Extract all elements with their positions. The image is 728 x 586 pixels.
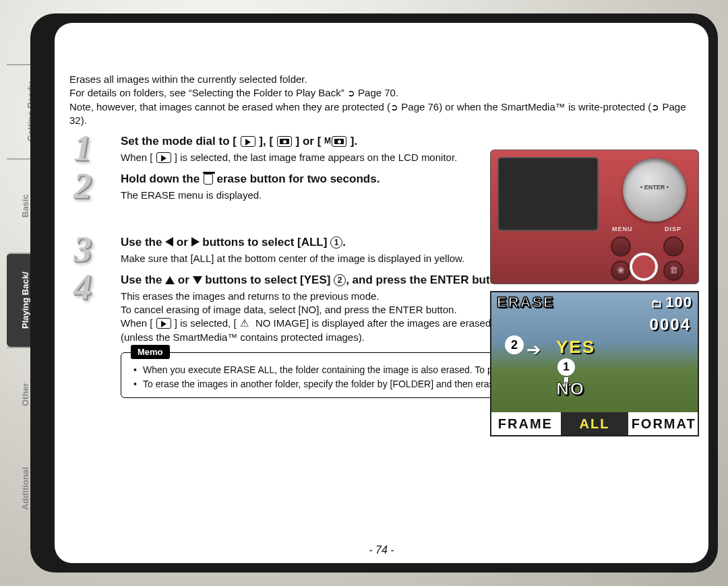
right-arrow-icon [191,237,200,247]
lcd-opt-frame: FRAME [491,412,561,435]
play-icon [156,152,171,163]
lcd-count: 0004 [650,315,691,334]
page-inner: Erases all images within the currently s… [55,23,708,563]
down-arrow-icon [193,276,202,284]
disp-button [663,236,684,257]
lcd-yes: YES [556,337,595,358]
menu-button [611,236,631,257]
macro-button [611,261,631,281]
step-4-body: This erases the images and returns to th… [121,290,512,344]
lcd-opt-format: FORMAT [630,412,698,435]
lcd-opt-all: ALL [561,412,630,435]
erase-highlight-ring [630,253,658,281]
warning-icon [240,318,252,329]
enter-dial [623,158,686,222]
step-4-title: Use the or buttons to select [YES] 2, an… [121,273,512,288]
lcd-title: ERASE [497,294,555,313]
page-number: - 74 - [55,544,708,556]
camera-lcd [497,157,599,231]
camera-photo: MENU DISP [490,150,699,284]
marker-1: 1 [557,358,575,376]
lcd-screenshot: ERASE 🗀100 0004 2 ➔ YES 1 ⬇ NO FRAME ALL… [490,291,699,436]
lcd-folder: 🗀100 [651,294,692,313]
circled-2: 2 [334,274,346,286]
play-icon [156,318,171,329]
lcd-bottom-menu: FRAME ALL FORMAT [491,412,698,435]
up-arrow-icon [165,276,175,284]
memo-label: Memo [131,345,170,360]
erase-icon [204,174,213,185]
lcd-no: NO [556,379,585,399]
step-1-title: Set the mode dial to [ ], [ ] or [ M ]. [121,134,694,150]
intro-line2: For details on folders, see “Selecting t… [69,86,694,100]
folder-icon: 🗀 [651,298,663,309]
left-arrow-icon [165,237,173,247]
step-number-4: 4 [73,269,92,305]
step-number-2: 2 [73,168,92,204]
link-icon [347,87,355,98]
step-3-body: Make sure that [ALL] at the bottom cente… [121,252,512,265]
intro-line3: Note, however, that images cannot be era… [69,100,694,128]
arrow-right-icon: ➔ [526,339,541,360]
erase-button [663,261,684,281]
page-frame: Erasing All Images in a Folder (Erase Al… [30,13,718,573]
label-menu: MENU [612,226,633,232]
circled-1: 1 [330,236,342,249]
camera-icon [277,136,292,147]
link-icon [651,101,659,112]
play-icon [241,136,255,147]
marker-2: 2 [505,335,524,354]
step-number-1: 1 [73,130,92,166]
intro-block: Erases all images within the currently s… [69,73,694,127]
camera-icon [332,136,346,147]
intro-line1: Erases all images within the currently s… [69,73,694,86]
step-number-3: 3 [73,231,92,267]
label-disp: DISP [665,226,681,232]
link-icon [390,101,398,112]
